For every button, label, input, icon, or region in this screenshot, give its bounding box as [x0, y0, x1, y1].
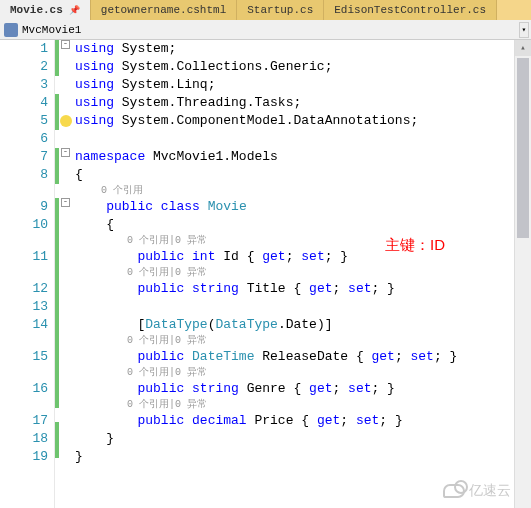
codelens[interactable]: 0 个引用|0 异常 — [75, 334, 514, 348]
line-num: 12 — [0, 280, 54, 298]
codelens[interactable]: 0 个引用 — [75, 184, 514, 198]
editor: 1 2 3 4 5 6 7 8 9 10 11 12 13 14 15 16 1… — [0, 40, 531, 508]
tab-edisontest[interactable]: EdisonTestController.cs — [324, 0, 497, 20]
tab-startup[interactable]: Startup.cs — [237, 0, 324, 20]
line-num: 13 — [0, 298, 54, 316]
line-num: 15 — [0, 348, 54, 366]
breadcrumb-project[interactable]: MvcMovie1 — [22, 24, 81, 36]
tab-movie-cs[interactable]: Movie.cs📌 — [0, 0, 91, 20]
codelens[interactable]: 0 个引用|0 异常 — [75, 398, 514, 412]
line-num: 16 — [0, 380, 54, 398]
scroll-thumb[interactable] — [517, 58, 529, 238]
annotation-primary-key: 主键：ID — [385, 236, 445, 255]
line-num: 4 — [0, 94, 54, 112]
line-num: 5 — [0, 112, 54, 130]
change-marker — [55, 422, 59, 458]
change-marker — [55, 198, 59, 408]
codelens[interactable]: 0 个引用|0 异常 — [75, 234, 514, 248]
line-gutter: 1 2 3 4 5 6 7 8 9 10 11 12 13 14 15 16 1… — [0, 40, 55, 508]
project-icon — [4, 23, 18, 37]
pin-icon: 📌 — [69, 5, 80, 16]
codelens[interactable]: 0 个引用|0 异常 — [75, 366, 514, 380]
marker-margin: - - - — [55, 40, 75, 508]
change-marker — [55, 94, 59, 130]
dropdown-icon[interactable]: ▾ — [519, 22, 529, 38]
fold-icon[interactable]: - — [61, 198, 70, 207]
line-num: 8 — [0, 166, 54, 184]
line-num: 7 — [0, 148, 54, 166]
scrollbar-vertical[interactable]: ▴ — [514, 40, 531, 508]
breadcrumb: MvcMovie1 ▾ — [0, 20, 531, 40]
tab-getownername[interactable]: getownername.cshtml — [91, 0, 237, 20]
codelens[interactable]: 0 个引用|0 异常 — [75, 266, 514, 280]
line-num: 1 — [0, 40, 54, 58]
scroll-up-icon[interactable]: ▴ — [515, 40, 531, 56]
fold-icon[interactable]: - — [61, 40, 70, 49]
line-num: 9 — [0, 198, 54, 216]
line-num: 11 — [0, 248, 54, 266]
watermark: 亿速云 — [443, 482, 511, 500]
fold-icon[interactable]: - — [61, 148, 70, 157]
line-num: 2 — [0, 58, 54, 76]
lightbulb-icon[interactable] — [60, 115, 72, 127]
line-num: 17 — [0, 412, 54, 430]
change-marker — [55, 40, 59, 76]
line-num: 10 — [0, 216, 54, 234]
tab-bar: Movie.cs📌 getownername.cshtml Startup.cs… — [0, 0, 531, 20]
code-area[interactable]: using System; using System.Collections.G… — [75, 40, 514, 508]
line-num: 3 — [0, 76, 54, 94]
line-num: 6 — [0, 130, 54, 148]
line-num: 14 — [0, 316, 54, 334]
line-num: 19 — [0, 448, 54, 466]
change-marker — [55, 148, 59, 184]
line-num: 18 — [0, 430, 54, 448]
cloud-icon — [443, 484, 465, 498]
